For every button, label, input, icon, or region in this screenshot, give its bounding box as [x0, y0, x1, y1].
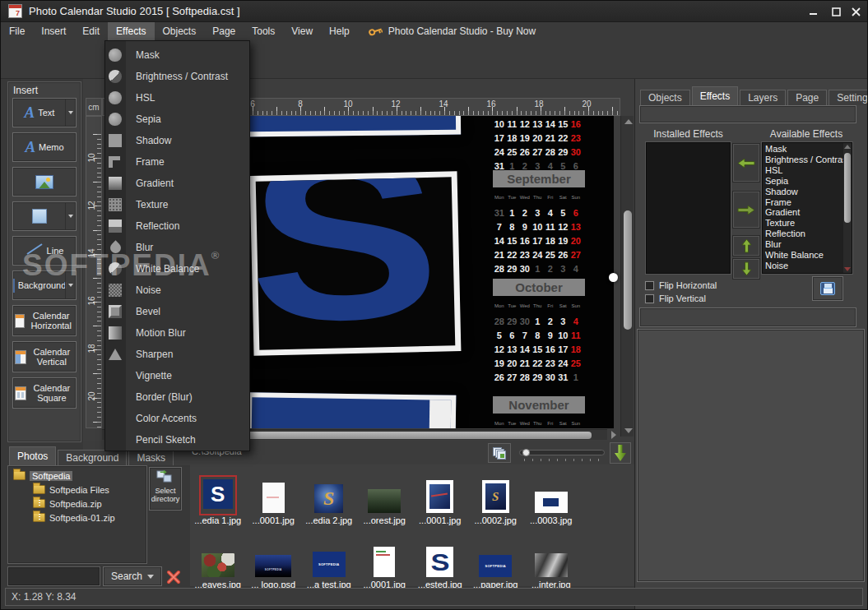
tab-settings[interactable]: Settings	[829, 90, 868, 105]
available-effect-reflection[interactable]: Reflection	[765, 229, 852, 239]
menu-effects[interactable]: Effects	[108, 22, 154, 40]
thumbnail-item[interactable]: S...ested.jpg	[412, 530, 468, 589]
insert-memo-button[interactable]: AMemo	[12, 132, 77, 162]
vertical-scroll-thumb[interactable]	[624, 210, 632, 330]
download-images-button[interactable]	[610, 442, 631, 464]
chevron-down-icon[interactable]	[65, 271, 76, 299]
move-left-button[interactable]	[732, 143, 760, 183]
search-input[interactable]	[7, 566, 100, 586]
thumbnail-item[interactable]: S...0002.jpg	[468, 466, 524, 525]
move-down-button[interactable]	[732, 258, 760, 280]
thumbnail-item[interactable]: ...0001.jpg	[246, 466, 302, 525]
menu-item-motion-blur[interactable]: Motion Blur	[105, 322, 249, 344]
available-effect-mask[interactable]: Mask	[765, 144, 852, 155]
menu-item-frame[interactable]: Frame	[105, 151, 249, 173]
thumbnail-item[interactable]: ...0003.jpg	[523, 466, 579, 525]
scroll-right-button[interactable]	[607, 429, 620, 440]
tab-layers[interactable]: Layers	[740, 90, 786, 105]
tab-page[interactable]: Page	[787, 90, 827, 105]
calendar-page[interactable]: S 10111213141516171819202122232425262728…	[237, 116, 614, 428]
thumbnail-item[interactable]: SOFTPEDIA... logo.psd	[246, 530, 302, 589]
move-up-button[interactable]	[732, 235, 760, 256]
thumbnail-item[interactable]: S...edia 1.jpg	[190, 466, 246, 525]
menu-objects[interactable]: Objects	[155, 22, 205, 40]
thumbnail-item[interactable]: ...inter.jpg	[523, 530, 579, 589]
select-directory-button[interactable]: Select directory	[149, 467, 182, 511]
tree-item-softpedia-01-zip[interactable]: Softpedia-01.zip	[8, 511, 146, 525]
tree-item-softpedia-files[interactable]: Softpedia Files	[8, 483, 146, 497]
menu-item-color-accents[interactable]: Color Accents	[105, 408, 249, 429]
thumbnail-item[interactable]: S...edia 2.jpg	[301, 466, 357, 525]
flip-horizontal-checkbox[interactable]: Flip Horizontal	[645, 280, 717, 291]
vertical-scrollbar[interactable]	[620, 116, 634, 437]
menu-item-texture[interactable]: Texture	[105, 194, 249, 215]
scroll-down-icon[interactable]	[624, 428, 633, 433]
checkbox-icon[interactable]	[645, 294, 654, 303]
clear-search-button[interactable]	[164, 567, 183, 586]
thumbnail-image[interactable]	[535, 492, 568, 515]
tree-item-softpedia[interactable]: Softpedia	[8, 469, 146, 483]
menu-item-sepia[interactable]: Sepia	[105, 109, 249, 130]
tab-objects[interactable]: Objects	[640, 90, 690, 105]
thumbnail-image[interactable]: SOFTPEDIA	[313, 552, 346, 580]
tab-effects[interactable]: Effects	[692, 86, 738, 105]
insert-shape-button[interactable]	[12, 201, 77, 231]
menu-edit[interactable]: Edit	[74, 22, 108, 40]
available-effect-frame[interactable]: Frame	[765, 197, 852, 208]
menu-insert[interactable]: Insert	[33, 22, 74, 40]
checkbox-icon[interactable]	[645, 281, 654, 290]
available-effect-shadow[interactable]: Shadow	[765, 187, 852, 197]
menu-item-border-blur-[interactable]: Border (Blur)	[105, 386, 249, 408]
selected-thumbnail[interactable]: S	[199, 475, 237, 515]
minimize-button[interactable]	[804, 5, 824, 18]
available-effect-gradient[interactable]: Gradient	[765, 207, 852, 218]
insert-background-button[interactable]: Background	[12, 270, 77, 300]
menu-item-blur[interactable]: Blur	[105, 237, 249, 258]
thumbnail-image[interactable]	[426, 480, 453, 515]
menu-help[interactable]: Help	[321, 22, 358, 40]
tree-item-softpedia-zip[interactable]: Softpedia.zip	[8, 497, 146, 511]
insert-line-button[interactable]: Line	[12, 236, 77, 266]
available-effect-white-balance[interactable]: White Balance	[765, 250, 852, 261]
menu-item-reflection[interactable]: Reflection	[105, 215, 249, 237]
view-mode-button[interactable]	[488, 443, 511, 463]
menu-item-shadow[interactable]: Shadow	[105, 130, 249, 151]
tab-masks[interactable]: Masks	[128, 450, 174, 465]
thumbnail-item[interactable]: SOFTPEDIA...paper.jpg	[468, 530, 524, 589]
insert-calendar-horizontal-button[interactable]: Calendar Horizontal	[12, 305, 77, 336]
search-button[interactable]: Search	[103, 566, 162, 586]
menu-view[interactable]: View	[283, 22, 321, 40]
thumbnail-image[interactable]	[374, 547, 395, 580]
menu-item-brightness-contrast[interactable]: Brightness / Contrast	[105, 66, 249, 87]
thumbnail-item[interactable]: SOFTPEDIA...a test.jpg	[301, 530, 357, 589]
menu-tools[interactable]: Tools	[244, 22, 283, 40]
folder-tree[interactable]: SoftpediaSoftpedia FilesSoftpedia.zipSof…	[7, 465, 147, 564]
insert-calendar-vertical-button[interactable]: Calendar Vertical	[12, 341, 77, 372]
slider-thumb[interactable]	[522, 449, 530, 456]
chevron-down-icon[interactable]	[65, 99, 76, 127]
scroll-up-icon[interactable]	[624, 119, 633, 124]
photo-frame-middle[interactable]: S	[250, 171, 462, 356]
available-effect-blur[interactable]: Blur	[765, 239, 852, 250]
available-effect-bevel[interactable]: Bevel	[765, 271, 852, 274]
move-right-button[interactable]	[732, 191, 760, 229]
effects-list-scrollbar[interactable]	[843, 143, 852, 273]
thumbnail-image[interactable]: SOFTPEDIA	[255, 555, 291, 580]
menu-item-vignette[interactable]: Vignette	[105, 365, 249, 386]
tab-photos[interactable]: Photos	[9, 446, 56, 465]
close-button[interactable]	[846, 5, 866, 18]
menu-item-sharpen[interactable]: Sharpen	[105, 344, 249, 365]
menu-page[interactable]: Page	[204, 22, 244, 40]
installed-effects-list[interactable]	[646, 142, 731, 274]
thumbnail-item[interactable]: ...0001.jpg	[412, 466, 468, 525]
available-effect-brightness-contrast[interactable]: Brightness / Contrast	[765, 155, 852, 165]
scroll-up-icon[interactable]	[844, 145, 851, 149]
horizontal-scroll-thumb[interactable]	[237, 432, 592, 439]
insert-calendar-square-button[interactable]: Calendar Square	[12, 377, 77, 409]
available-effect-sepia[interactable]: Sepia	[765, 176, 852, 187]
menu-item-pencil-sketch[interactable]: Pencil Sketch	[105, 429, 249, 451]
thumbnail-item[interactable]: ...orest.jpg	[357, 466, 413, 525]
menu-item-mask[interactable]: Mask	[105, 44, 249, 66]
menu-item-gradient[interactable]: Gradient	[105, 173, 249, 194]
insert-picture-button[interactable]	[12, 167, 77, 196]
